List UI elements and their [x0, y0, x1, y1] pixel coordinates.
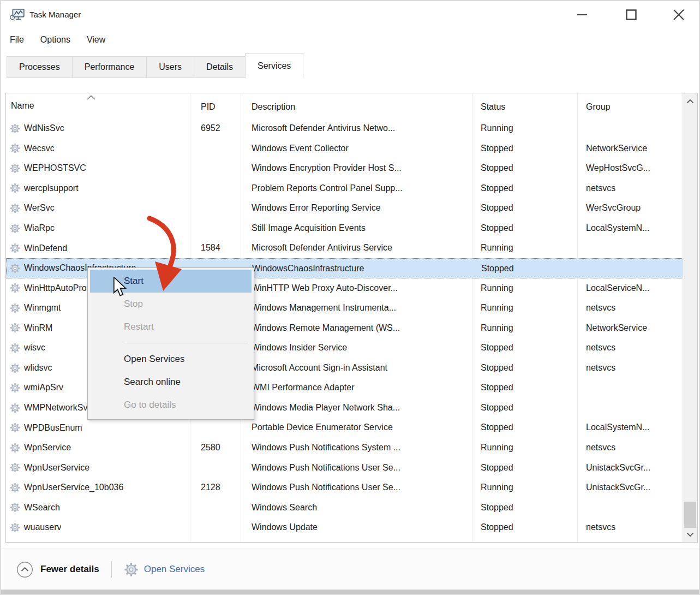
table-row[interactable]: WpnService2580Windows Push Notifications… [6, 438, 683, 458]
table-row[interactable]: WEPHOSTSVCWindows Encryption Provider Ho… [6, 158, 683, 178]
cell-status: Stopped [472, 418, 577, 438]
cell-description: Windows Push Notifications User Se... [241, 478, 472, 498]
cell-description: Still Image Acquisition Events [241, 218, 472, 239]
cell-description: WinHTTP Web Proxy Auto-Discover... [241, 278, 472, 299]
column-header-status[interactable]: Status [472, 93, 577, 118]
table-row[interactable]: WiaRpcStill Image Acquisition EventsStop… [6, 218, 683, 239]
cell-group [577, 378, 683, 398]
menu-item-restart[interactable]: Restart [90, 316, 252, 338]
chevron-up-icon [686, 99, 694, 104]
service-gear-icon [10, 183, 20, 193]
scroll-up-button[interactable] [683, 93, 697, 109]
table-row[interactable]: WPDBusEnumPortable Device Enumerator Ser… [6, 418, 683, 438]
table-row[interactable]: WinDefend1584Microsoft Defender Antiviru… [6, 238, 683, 258]
task-manager-app-icon [10, 7, 25, 22]
cell-group: netsvcs [577, 338, 683, 358]
column-header-pid[interactable]: PID [190, 93, 241, 118]
cell-name: WpnUserService [6, 458, 190, 478]
cell-pid: 6952 [190, 118, 241, 139]
table-row[interactable]: WpnUserService_10b0362128Windows Push No… [6, 478, 683, 498]
cell-group: netsvcs [577, 517, 683, 538]
cell-status: Stopped [472, 178, 577, 199]
cell-description: Windows Insider Service [241, 338, 472, 358]
tab-services[interactable]: Services [245, 53, 303, 78]
table-row[interactable]: WdNisSvc6952Microsoft Defender Antivirus… [6, 118, 683, 139]
cell-group: netsvcs [577, 178, 683, 199]
tab-processes[interactable]: Processes [7, 56, 73, 78]
service-gear-icon [10, 363, 20, 373]
fewer-details-button[interactable]: Fewer details [16, 561, 99, 578]
table-row[interactable]: wercplsupportProblem Reports Control Pan… [6, 178, 683, 199]
menu-item-go-to-details[interactable]: Go to details [90, 394, 252, 416]
service-gear-icon [10, 123, 20, 134]
column-header-name[interactable]: Name [6, 93, 190, 118]
service-gear-icon [10, 383, 20, 393]
service-gear-icon [10, 522, 20, 533]
menu-item-start[interactable]: Start [90, 270, 252, 293]
cell-group [577, 238, 683, 258]
menu-file[interactable]: File [10, 35, 24, 45]
service-gear-icon [10, 263, 20, 273]
table-row[interactable]: WerSvcWindows Error Reporting ServiceSto… [6, 198, 683, 218]
cell-group: WerSvcGroup [577, 198, 683, 218]
vertical-scrollbar[interactable] [683, 93, 697, 542]
service-gear-icon [10, 283, 20, 293]
service-gear-icon [10, 343, 20, 353]
fewer-details-label: Fewer details [40, 564, 99, 575]
cell-pid [190, 218, 241, 239]
maximize-button[interactable] [615, 4, 647, 25]
service-gear-icon [10, 223, 20, 234]
cell-group: UnistackSvcGr... [577, 458, 683, 478]
service-gear-icon [10, 303, 20, 313]
minimize-button[interactable] [566, 4, 598, 25]
cell-group [577, 498, 683, 518]
cell-group: NetworkService [577, 139, 683, 159]
cell-group [577, 398, 683, 418]
service-gear-icon [10, 203, 20, 213]
scroll-down-button[interactable] [683, 527, 697, 542]
cell-status: Stopped [472, 358, 577, 378]
cell-group: netsvcs [577, 358, 683, 378]
cell-pid: 1584 [190, 238, 241, 258]
cell-pid [190, 498, 241, 518]
menu-item-stop[interactable]: Stop [90, 293, 252, 316]
cell-name: WPDBusEnum [6, 418, 190, 438]
menu-item-open-services[interactable]: Open Services [90, 348, 252, 371]
service-gear-icon [10, 443, 20, 453]
cell-description: Microsoft Defender Antivirus Service [241, 238, 472, 258]
cell-description: Microsoft Account Sign-in Assistant [241, 358, 472, 378]
tab-details[interactable]: Details [194, 56, 246, 78]
open-services-link[interactable]: Open Services [124, 562, 205, 577]
cell-name: WpnService [6, 438, 190, 458]
cell-status: Stopped [472, 398, 577, 418]
cell-pid: 2128 [190, 478, 241, 498]
close-icon [672, 8, 685, 21]
menu-item-search-online[interactable]: Search online [90, 371, 252, 394]
service-gear-icon [10, 423, 20, 433]
column-header-group[interactable]: Group [577, 93, 683, 118]
service-gear-icon [10, 243, 20, 253]
table-row[interactable]: wuauservWindows UpdateStoppednetsvcs [6, 517, 683, 538]
menu-options[interactable]: Options [40, 35, 70, 45]
tab-users[interactable]: Users [146, 56, 194, 78]
scrollbar-thumb[interactable] [684, 502, 696, 528]
cell-group: LocalSystemN... [577, 218, 683, 239]
menu-view[interactable]: View [87, 35, 105, 45]
cell-name: WiaRpc [6, 218, 190, 239]
table-row[interactable]: WpnUserServiceWindows Push Notifications… [6, 458, 683, 478]
chevron-up-circle-icon [16, 561, 33, 578]
cell-description: Windows Media Player Network Sha... [241, 398, 472, 418]
cell-description: Windows Push Notifications System ... [241, 438, 472, 458]
close-button[interactable] [663, 4, 695, 25]
cell-status: Running [472, 318, 577, 338]
cell-status: Running [472, 298, 577, 318]
column-header-description[interactable]: Description [241, 93, 472, 118]
table-row[interactable]: WSearchWindows SearchStopped [6, 498, 683, 518]
cell-group: WepHostSvcG... [577, 158, 683, 178]
table-header: NamePIDDescriptionStatusGroup [6, 93, 683, 118]
cell-group [578, 259, 683, 278]
tab-performance[interactable]: Performance [72, 56, 147, 78]
tab-bar: ProcessesPerformanceUsersDetailsServices [1, 52, 699, 78]
service-gear-icon [10, 483, 20, 493]
table-row[interactable]: WecsvcWindows Event CollectorStoppedNetw… [6, 139, 683, 159]
